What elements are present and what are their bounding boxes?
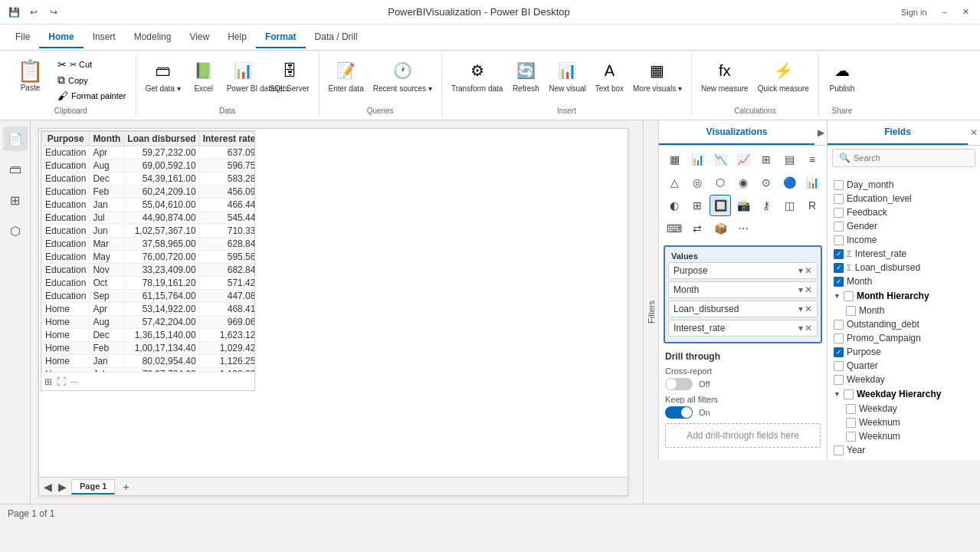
viz-icon-6[interactable]: ≡ [801,149,823,170]
excel-button[interactable]: 📗 Excel [187,57,221,94]
group-checkbox[interactable] [844,389,854,399]
tab-modeling[interactable]: Modeling [125,27,181,48]
field-item[interactable]: Weekday [834,373,974,386]
tab-visualizations[interactable]: Visualizations [659,120,814,145]
data-nav-button[interactable]: 🗃 [3,157,28,182]
viz-icon-9[interactable]: ◎ [687,172,708,193]
copy-button[interactable]: ⧉ Copy [54,72,129,88]
field-checkbox-month[interactable]: ✓ [834,277,844,287]
field-checkbox-purpose[interactable]: ✓ [834,347,844,357]
viz-icon-18[interactable]: 🔲 [710,195,731,216]
keep-filters-toggle[interactable] [665,406,693,419]
viz-icon-0[interactable]: ▦ [664,149,685,170]
viz-icon-12[interactable]: ⊙ [755,172,777,193]
close-icon[interactable]: ✕ [805,323,812,334]
close-button[interactable]: ✕ [958,5,974,18]
field-checkbox-weeknum[interactable] [846,432,856,442]
col-loan[interactable]: Loan disbursed [124,132,199,146]
new-measure-button[interactable]: fx New measure [698,57,752,94]
viz-icon-20[interactable]: ⚷ [755,195,777,216]
enter-data-button[interactable]: 📝 Enter data [326,57,367,94]
viz-icon-13[interactable]: 🔵 [778,172,800,193]
viz-icon-19[interactable]: 📸 [733,195,754,216]
field-item[interactable]: Quarter [834,359,974,373]
viz-icon-21[interactable]: ◫ [778,195,800,216]
save-icon[interactable]: 💾 [6,5,21,20]
get-data-button[interactable]: 🗃 Get data ▾ [143,57,184,94]
tab-fields[interactable]: Fields [828,120,968,145]
cut-button[interactable]: ✂ ✂ Cut [54,57,129,72]
field-checkbox-day_month[interactable] [834,180,844,190]
value-field-interest[interactable]: Interest_rate ▾ ✕ [668,320,818,337]
close-icon[interactable]: ✕ [805,304,812,314]
text-box-button[interactable]: A Text box [592,57,627,94]
field-item[interactable]: Day_month [834,178,974,192]
viz-icon-25[interactable]: ⇄ [687,218,708,239]
field-child-item[interactable]: Month [846,304,974,317]
tab-home[interactable]: Home [39,27,83,48]
paste-button[interactable]: 📋 Paste [12,57,48,94]
viz-icon-22[interactable]: R [801,195,823,216]
page-prev-button[interactable]: ◀ [42,481,54,493]
refresh-button[interactable]: 🔄 Refresh [509,57,542,94]
viz-icon-10[interactable]: ⬡ [710,172,731,193]
tab-file[interactable]: File [6,27,39,48]
close-icon[interactable]: ✕ [805,265,812,276]
add-page-button[interactable]: + [118,479,133,495]
field-checkbox-weekday[interactable] [834,375,844,385]
viz-icon-2[interactable]: 📉 [710,149,731,170]
viz-icon-8[interactable]: △ [664,172,685,193]
field-group-weekday-hierarchy[interactable]: ▼ Weekday Hierarchy [834,386,974,402]
field-item[interactable]: Gender [834,219,974,233]
table-visual[interactable]: Purpose Month Loan disbursed Interest ra… [41,130,255,391]
viz-icon-16[interactable]: ◐ [664,195,685,216]
viz-icon-24[interactable]: ⌨ [664,218,685,239]
field-checkbox-weekday[interactable] [846,404,856,414]
value-field-purpose[interactable]: Purpose ▾ ✕ [668,262,818,279]
field-item[interactable]: ✓ Month [834,274,974,288]
col-interest[interactable]: Interest rate [199,132,255,146]
sql-server-button[interactable]: 🗄 SQL Server [267,57,313,94]
viz-icon-27[interactable]: ⋯ [733,218,754,239]
tab-data-drill[interactable]: Data / Drill [306,27,367,48]
field-child-item[interactable]: Weekday [846,402,974,416]
drill-drop-zone[interactable]: Add drill-through fields here [665,423,821,448]
loan-field-controls[interactable]: ▾ ✕ [798,304,812,314]
dax-nav-button[interactable]: ⬡ [3,219,28,243]
col-month[interactable]: Month [90,132,124,146]
field-item[interactable]: Education_level [834,192,974,205]
field-item[interactable]: ✓ Σ Loan_disbursed [834,261,974,274]
more-visuals-button[interactable]: ▦ More visuals ▾ [630,57,685,94]
signin-button[interactable]: Sign in [896,6,932,18]
field-child-item[interactable]: Weeknum [846,429,974,443]
viz-icon-26[interactable]: 📦 [710,218,731,239]
value-field-month[interactable]: Month ▾ ✕ [668,281,818,298]
col-purpose[interactable]: Purpose [42,132,90,146]
purpose-field-controls[interactable]: ▾ ✕ [798,265,812,276]
close-icon[interactable]: ✕ [805,284,812,295]
more-icon[interactable]: ··· [70,376,78,387]
transform-data-button[interactable]: ⚙ Transform data [448,57,506,94]
viz-icon-3[interactable]: 📈 [733,149,754,170]
month-field-controls[interactable]: ▾ ✕ [798,284,812,295]
viz-icon-1[interactable]: 📊 [687,149,708,170]
viz-icon-5[interactable]: ▤ [778,149,800,170]
new-visual-button[interactable]: 📊 New visual [546,57,588,94]
field-checkbox-quarter[interactable] [834,361,844,371]
page-next-button[interactable]: ▶ [57,481,68,493]
cross-report-toggle[interactable] [665,378,693,390]
field-checkbox-promo_campaign[interactable] [834,334,844,343]
field-item[interactable]: Promo_Campaign [834,331,974,345]
group-checkbox[interactable] [844,291,854,301]
field-item[interactable]: Outstanding_debt [834,317,974,331]
viz-icon-14[interactable]: 📊 [801,172,823,193]
search-input[interactable] [854,153,969,163]
field-checkbox-interest_rate[interactable]: ✓ [834,249,844,259]
format-painter-button[interactable]: 🖌 Format painter [54,88,129,104]
filter-icon[interactable]: ⊞ [44,376,52,387]
viz-icon-17[interactable]: ⊞ [687,195,708,216]
redo-icon[interactable]: ↪ [46,5,61,20]
undo-icon[interactable]: ↩ [26,5,41,20]
minimize-button[interactable]: − [938,6,952,18]
quick-measure-button[interactable]: ⚡ Quick measure [755,57,812,94]
